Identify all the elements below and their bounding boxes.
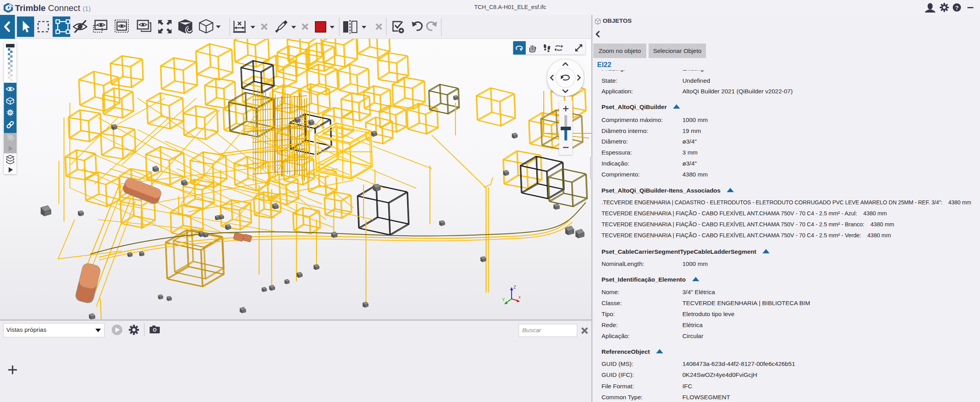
svg-text:Z: Z <box>514 285 516 289</box>
svg-text:x: x <box>519 295 521 299</box>
svg-text:Y: Y <box>502 298 505 302</box>
svg-text:?: ? <box>955 4 958 11</box>
